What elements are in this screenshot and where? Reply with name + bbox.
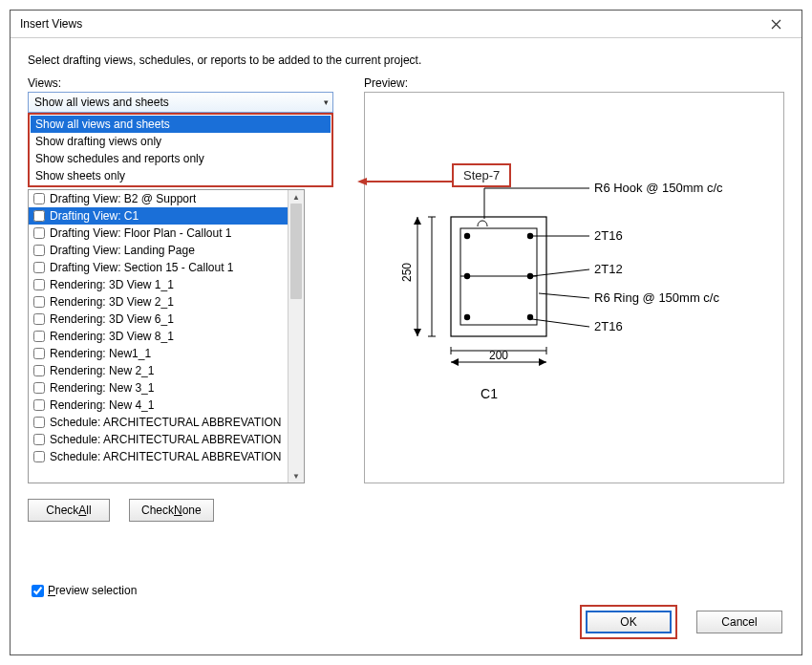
ok-button[interactable]: OK: [586, 611, 672, 633]
titlebar: Insert Views: [11, 11, 801, 38]
list-item-checkbox[interactable]: [33, 417, 45, 428]
svg-marker-35: [357, 178, 367, 185]
insert-views-dialog: Insert Views Select drafting views, sche…: [10, 10, 802, 655]
list-item-label: Rendering: 3D View 2_1: [50, 295, 174, 309]
list-item[interactable]: Drafting View: C1: [29, 207, 288, 225]
list-item-label: Drafting View: B2 @ Support: [50, 192, 196, 205]
list-item-checkbox[interactable]: [33, 348, 45, 359]
list-item-label: Schedule: ARCHITECTURAL ABBREVATION: [50, 433, 282, 446]
svg-text:R6 Ring @ 150mm c/c: R6 Ring @ 150mm c/c: [594, 290, 719, 305]
svg-point-3: [464, 233, 470, 239]
list-item-checkbox[interactable]: [33, 365, 45, 376]
annotation-arrow: [357, 176, 453, 178]
views-filter-dropdown-list[interactable]: Show all views and sheets Show drafting …: [28, 113, 333, 187]
list-item-checkbox[interactable]: [33, 382, 45, 394]
svg-text:2T16: 2T16: [594, 228, 623, 243]
list-item-checkbox[interactable]: [33, 434, 45, 445]
list-item[interactable]: Rendering: New 4_1: [29, 397, 288, 414]
preview-selection-checkbox[interactable]: Preview selection: [32, 584, 137, 597]
list-item[interactable]: Rendering: New1_1: [29, 345, 288, 362]
close-button[interactable]: [758, 12, 794, 35]
svg-marker-31: [539, 358, 546, 366]
right-column: Preview:: [351, 76, 784, 522]
scroll-down-icon[interactable]: ▼: [288, 469, 304, 483]
list-item-label: Rendering: 3D View 6_1: [50, 312, 174, 326]
dialog-footer: OK Cancel: [580, 605, 782, 639]
list-item-checkbox[interactable]: [33, 279, 45, 290]
svg-text:250: 250: [400, 263, 414, 282]
preview-pane: R6 Hook @ 150mm c/c 2T16 2T12 R6 Ring @ …: [364, 92, 784, 483]
svg-marker-30: [451, 358, 459, 366]
list-item-checkbox[interactable]: [33, 331, 45, 342]
views-listbox[interactable]: Drafting View: B2 @ SupportDrafting View…: [28, 189, 305, 483]
list-item[interactable]: Rendering: New 3_1: [29, 379, 288, 397]
scroll-thumb[interactable]: [290, 204, 302, 299]
list-item[interactable]: Rendering: 3D View 6_1: [29, 311, 288, 328]
scrollbar[interactable]: ▲ ▼: [288, 190, 304, 483]
svg-text:2T12: 2T12: [594, 262, 623, 276]
dropdown-option[interactable]: Show schedules and reports only: [31, 150, 331, 167]
svg-point-5: [464, 273, 470, 279]
list-item-label: Rendering: New 4_1: [50, 398, 154, 412]
list-item-label: Drafting View: C1: [50, 209, 139, 223]
svg-marker-23: [414, 217, 421, 225]
list-item[interactable]: Drafting View: Landing Page: [29, 242, 288, 259]
svg-line-17: [532, 319, 589, 327]
list-item-label: Rendering: New 3_1: [50, 381, 154, 395]
svg-marker-24: [414, 329, 421, 336]
list-item[interactable]: Rendering: New 2_1: [29, 362, 288, 379]
check-all-button[interactable]: Check All: [28, 499, 110, 522]
svg-text:C1: C1: [481, 386, 498, 401]
step-annotation: Step-7: [452, 163, 511, 187]
dropdown-selected-text: Show all views and sheets: [34, 96, 169, 109]
list-item-checkbox[interactable]: [33, 245, 45, 256]
list-item-checkbox[interactable]: [33, 451, 45, 462]
list-item-label: Drafting View: Floor Plan - Callout 1: [50, 226, 232, 240]
list-item-checkbox[interactable]: [33, 193, 45, 204]
list-item[interactable]: Schedule: ARCHITECTURAL ABBREVATION: [29, 431, 288, 448]
list-item-checkbox[interactable]: [33, 227, 45, 239]
list-item-label: Schedule: ARCHITECTURAL ABBREVATION: [50, 416, 282, 429]
check-none-button[interactable]: Check None: [129, 499, 214, 522]
list-item[interactable]: Rendering: 3D View 2_1: [29, 293, 288, 311]
list-item-label: Rendering: 3D View 8_1: [50, 330, 174, 343]
cancel-button[interactable]: Cancel: [696, 611, 782, 633]
list-item-checkbox[interactable]: [33, 313, 45, 325]
left-column: Views: Show all views and sheets ▾ Show …: [28, 76, 351, 522]
list-item-label: Schedule: ARCHITECTURAL ABBREVATION: [50, 450, 282, 463]
views-label: Views:: [28, 76, 351, 90]
svg-text:2T16: 2T16: [594, 319, 623, 333]
scroll-up-icon[interactable]: ▲: [288, 190, 304, 204]
list-item-checkbox[interactable]: [33, 399, 45, 411]
preview-drawing: R6 Hook @ 150mm c/c 2T16 2T12 R6 Ring @ …: [365, 93, 783, 483]
list-item-label: Rendering: 3D View 1_1: [50, 278, 174, 291]
dropdown-option[interactable]: Show drafting views only: [31, 133, 331, 150]
list-item[interactable]: Schedule: ARCHITECTURAL ABBREVATION: [29, 448, 288, 465]
views-filter-dropdown[interactable]: Show all views and sheets ▾: [28, 92, 333, 113]
list-item[interactable]: Schedule: ARCHITECTURAL ABBREVATION: [29, 414, 288, 431]
list-item[interactable]: Drafting View: Section 15 - Callout 1: [29, 259, 288, 276]
list-item-checkbox[interactable]: [33, 296, 45, 308]
chevron-down-icon: ▾: [324, 97, 329, 107]
list-item-checkbox[interactable]: [33, 210, 45, 222]
svg-line-13: [532, 269, 589, 276]
preview-label: Preview:: [364, 76, 784, 90]
label-r6-hook: R6 Hook @ 150mm c/c: [594, 181, 723, 195]
list-item[interactable]: Drafting View: B2 @ Support: [29, 190, 288, 207]
ok-highlight: OK: [580, 605, 677, 639]
list-item[interactable]: Rendering: 3D View 1_1: [29, 276, 288, 293]
list-item-label: Rendering: New 2_1: [50, 364, 154, 377]
svg-text:200: 200: [489, 349, 508, 362]
list-item[interactable]: Rendering: 3D View 8_1: [29, 328, 288, 345]
dropdown-option[interactable]: Show sheets only: [31, 167, 331, 184]
dialog-title: Insert Views: [20, 17, 82, 31]
list-item-label: Drafting View: Landing Page: [50, 244, 195, 257]
instruction-text: Select drafting views, schedules, or rep…: [28, 54, 784, 67]
dropdown-option[interactable]: Show all views and sheets: [31, 116, 331, 133]
list-item[interactable]: Drafting View: Floor Plan - Callout 1: [29, 225, 288, 242]
dialog-body: Select drafting views, schedules, or rep…: [11, 38, 801, 522]
list-item-checkbox[interactable]: [33, 262, 45, 273]
list-item-label: Drafting View: Section 15 - Callout 1: [50, 261, 234, 274]
close-icon: [771, 19, 781, 30]
preview-selection-input[interactable]: [32, 585, 44, 597]
